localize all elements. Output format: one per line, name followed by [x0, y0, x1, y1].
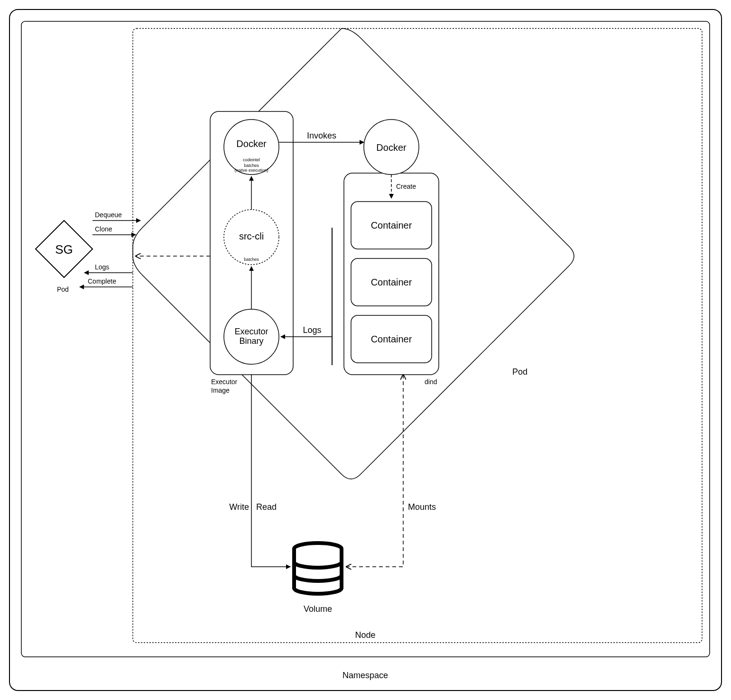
sg-pod-title: SG: [55, 242, 73, 257]
executor-binary-label-2: Binary: [239, 336, 263, 346]
srccli-sub: batches: [244, 257, 259, 262]
executor-binary-label-1: Executor: [234, 327, 268, 336]
srccli-label: src-cli: [239, 231, 264, 241]
create-label: Create: [396, 183, 416, 190]
executor-image-label-2: Image: [211, 387, 230, 394]
clone-label: Clone: [95, 225, 112, 233]
node-label: Node: [355, 630, 375, 640]
logs-out-label: Logs: [95, 263, 109, 271]
dequeue-label: Dequeue: [95, 211, 122, 219]
namespace-label: Namespace: [342, 671, 388, 680]
executor-docker-sub1: codeintel: [243, 157, 260, 162]
dind-docker-label: Docker: [376, 142, 407, 153]
volume-icon: [294, 543, 342, 594]
sg-pod: SG Pod: [36, 221, 93, 293]
arrow-mounts: [346, 375, 403, 567]
container-2-label: Container: [371, 277, 412, 287]
logs-inner-label: Logs: [303, 325, 321, 335]
sg-pod-label: Pod: [57, 286, 69, 293]
architecture-diagram: Namespace Node SG Pod Pod Executor Image…: [0, 0, 731, 700]
executor-image-label-1: Executor: [211, 378, 238, 386]
executor-docker-sub2a: batches: [244, 163, 259, 168]
complete-label: Complete: [88, 277, 116, 285]
mounts-label: Mounts: [408, 502, 436, 512]
write-label: Write: [229, 502, 249, 512]
container-1-label: Container: [371, 220, 412, 230]
container-3-label: Container: [371, 334, 412, 344]
dind-label: dind: [425, 378, 437, 386]
invokes-label: Invokes: [307, 131, 336, 140]
executor-docker-label: Docker: [236, 138, 267, 149]
volume-label: Volume: [304, 604, 332, 614]
executor-docker-sub2b: (native execution): [234, 168, 268, 173]
main-pod-label: Pod: [512, 367, 527, 377]
read-label: Read: [256, 502, 277, 512]
